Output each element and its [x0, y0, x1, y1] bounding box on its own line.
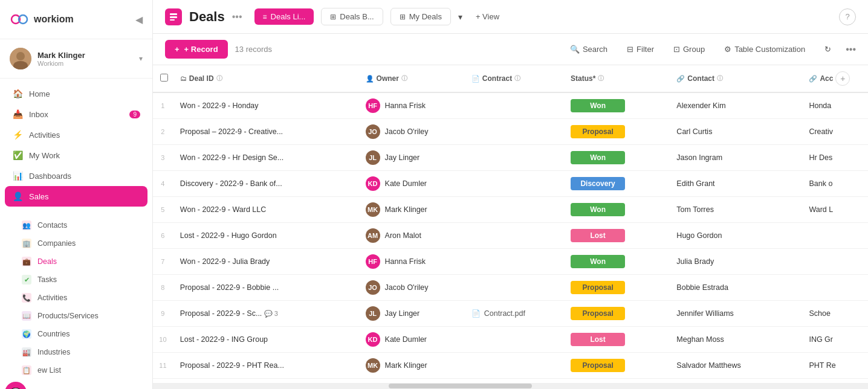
cell-deal-id[interactable]: Lost - 2022-9 - ING Group — [173, 327, 358, 353]
cell-deal-id[interactable]: Proposal - 2022-9 - Bobbie ... — [173, 275, 358, 301]
cell-status[interactable]: Proposal — [563, 353, 669, 379]
cell-contact[interactable]: Alexender Kim — [669, 92, 802, 119]
table-row[interactable]: 4 Discovery - 2022-9 - Bank of... KD Kat… — [153, 171, 868, 197]
tab-deals-b[interactable]: ⊞ Deals B... — [321, 8, 383, 25]
sidebar-item-viewlist[interactable]: 📋 ew List — [0, 361, 152, 379]
cell-owner[interactable]: HF Hanna Frisk — [358, 92, 464, 119]
cell-owner[interactable]: AM Aron Malot — [358, 379, 464, 384]
table-row[interactable]: 9 Proposal - 2022-9 - Sc... 💬 3 JL Jay L… — [153, 301, 868, 327]
cell-deal-id[interactable]: Proposal - 2022-9 - Sc... 💬 3 — [173, 301, 358, 327]
cell-contact[interactable]: Jason Ingram — [669, 145, 802, 171]
cell-account[interactable]: Ward L — [802, 197, 868, 223]
table-row[interactable]: 1 Won - 2022-9 - Honday HF Hanna Frisk W… — [153, 92, 868, 119]
filter-btn[interactable]: ⊟ Filter — [622, 42, 659, 56]
contact-info-icon[interactable]: ⓘ — [717, 74, 723, 83]
sidebar-item-inbox[interactable]: 📥 Inbox 9 — [0, 104, 152, 124]
cell-contact[interactable]: Meghan Moss — [669, 327, 802, 353]
cell-status[interactable]: Won — [563, 197, 669, 223]
cell-contract[interactable] — [464, 119, 563, 145]
sidebar-item-mywork[interactable]: ✅ My Work — [0, 145, 152, 166]
cell-account[interactable] — [802, 223, 868, 249]
cell-account[interactable]: ING Gr — [802, 327, 868, 353]
sidebar-collapse-btn[interactable]: ◀ — [135, 14, 143, 25]
sidebar-item-home[interactable]: 🏠 Home — [0, 83, 152, 104]
cell-contact[interactable]: Hugo Gordon — [669, 223, 802, 249]
cell-contract[interactable] — [464, 327, 563, 353]
customize-btn[interactable]: ⚙ Table Customization — [719, 42, 810, 56]
cell-status[interactable]: Lost — [563, 327, 669, 353]
cell-owner[interactable]: JL Jay Linger — [358, 301, 464, 327]
cell-status[interactable]: Proposal — [563, 275, 669, 301]
cell-account[interactable]: Creativ — [802, 119, 868, 145]
cell-contract[interactable] — [464, 223, 563, 249]
cell-status[interactable]: Won — [563, 145, 669, 171]
sidebar-item-tasks[interactable]: ✔ Tasks — [0, 271, 152, 289]
select-all-checkbox[interactable] — [160, 74, 168, 82]
cell-deal-id[interactable]: Lost - 2022-9 - Hugo Gordon — [173, 223, 358, 249]
cell-contact[interactable]: Carl Curtis — [669, 119, 802, 145]
cell-deal-id[interactable]: Won - 2022-9 - Honday — [173, 92, 358, 119]
table-row[interactable]: 2 Proposal – 2022-9 - Creative... JO Jac… — [153, 119, 868, 145]
add-view-btn[interactable]: + View — [470, 8, 505, 25]
cell-account[interactable]: Schoe — [802, 301, 868, 327]
cell-owner[interactable]: HF Hanna Frisk — [358, 249, 464, 275]
add-column-btn[interactable]: + — [835, 71, 850, 86]
cell-owner[interactable]: KD Kate Dumler — [358, 171, 464, 197]
cell-contract[interactable] — [464, 92, 563, 119]
tab-deals-list[interactable]: ≡ Deals Li... — [254, 8, 314, 25]
group-btn[interactable]: ⊡ Group — [669, 42, 710, 56]
cell-account[interactable]: Honda — [802, 92, 868, 119]
sidebar-item-companies[interactable]: 🏢 Companies — [0, 234, 152, 252]
cell-owner[interactable]: JO Jacob O'riley — [358, 275, 464, 301]
cell-status[interactable]: Proposal — [563, 119, 669, 145]
toolbar-more-btn[interactable]: ••• — [846, 44, 856, 55]
cell-owner[interactable]: MK Mark Klinger — [358, 197, 464, 223]
sidebar-item-products[interactable]: 📖 Products/Services — [0, 307, 152, 325]
cell-contact[interactable]: Bobbie Estrada — [669, 275, 802, 301]
cell-contract[interactable] — [464, 171, 563, 197]
table-row[interactable]: 5 Won - 2022-9 - Ward LLC MK Mark Klinge… — [153, 197, 868, 223]
cell-account[interactable] — [802, 275, 868, 301]
search-btn[interactable]: 🔍 Search — [565, 42, 612, 56]
table-row[interactable]: 10 Lost - 2022-9 - ING Group KD Kate Dum… — [153, 327, 868, 353]
cell-contact[interactable]: Edith Grant — [669, 171, 802, 197]
table-row[interactable]: 11 Proposal - 2022-9 - PHT Rea... MK Mar… — [153, 353, 868, 379]
table-row[interactable]: 6 Lost - 2022-9 - Hugo Gordon AM Aron Ma… — [153, 223, 868, 249]
owner-info-icon[interactable]: ⓘ — [401, 74, 407, 83]
cell-contract[interactable] — [464, 145, 563, 171]
cell-account[interactable]: HP — [802, 379, 868, 384]
cell-account[interactable]: Hr Des — [802, 145, 868, 171]
table-row[interactable]: 8 Proposal - 2022-9 - Bobbie ... JO Jaco… — [153, 275, 868, 301]
sidebar-item-countries[interactable]: 🌍 Countries — [0, 325, 152, 343]
cell-contact[interactable]: Alexandra Hale — [669, 379, 802, 384]
cell-deal-id[interactable]: Won - 2022-9 - Hr Design Se... — [173, 145, 358, 171]
sidebar-item-sales[interactable]: 👤 Sales — [5, 186, 147, 207]
cell-owner[interactable]: JO Jacob O'riley — [358, 119, 464, 145]
cell-deal-id[interactable]: Won - 2022-9 - Julia Brady — [173, 249, 358, 275]
status-info-icon[interactable]: ⓘ — [598, 74, 604, 83]
cell-status[interactable]: Lost — [563, 223, 669, 249]
table-row[interactable]: 3 Won - 2022-9 - Hr Design Se... JL Jay … — [153, 145, 868, 171]
sidebar-item-dashboards[interactable]: 📊 Dashboards — [0, 166, 152, 186]
sidebar-item-industries[interactable]: 🏭 Industries — [0, 343, 152, 361]
record-btn[interactable]: + + Record — [165, 40, 228, 59]
cell-contract[interactable] — [464, 197, 563, 223]
cell-status[interactable]: Won — [563, 379, 669, 384]
cell-status[interactable]: Discovery — [563, 171, 669, 197]
cell-account[interactable]: PHT Re — [802, 353, 868, 379]
cell-contract[interactable] — [464, 249, 563, 275]
cell-owner[interactable]: JL Jay Linger — [358, 145, 464, 171]
contract-info-icon[interactable]: ⓘ — [514, 74, 520, 83]
user-section[interactable]: Mark Klinger Workiom ▾ — [0, 39, 152, 79]
cell-deal-id[interactable]: Won - 2022-9 - Ward LLC — [173, 197, 358, 223]
refresh-btn[interactable]: ↻ — [820, 42, 836, 56]
tab-my-deals[interactable]: ⊞ My Deals — [390, 8, 451, 25]
cell-contract[interactable] — [464, 353, 563, 379]
sidebar-item-activities[interactable]: ⚡ Activities — [0, 124, 152, 145]
cell-deal-id[interactable]: Discovery - 2022-9 - Bank of... — [173, 171, 358, 197]
table-scrollbar[interactable] — [153, 383, 868, 389]
sidebar-item-activities2[interactable]: 📞 Activities — [0, 289, 152, 307]
cell-status[interactable]: Won — [563, 249, 669, 275]
cell-owner[interactable]: MK Mark Klinger — [358, 353, 464, 379]
table-row[interactable]: 12 Won - 2022-9 - HP AM Aron Malot Won A… — [153, 379, 868, 384]
